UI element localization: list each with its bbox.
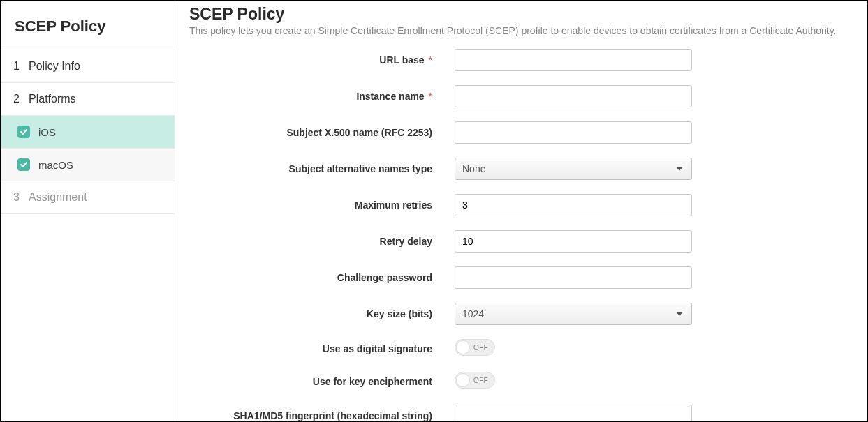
checkbox-checked-icon [17, 158, 30, 171]
step-number: 2 [13, 93, 26, 105]
chevron-down-icon [676, 167, 683, 171]
row-retry-delay: Retry delay [189, 230, 853, 253]
page-title: SCEP Policy [189, 5, 853, 24]
row-url-base: URL base * [189, 49, 853, 71]
row-subject-x500: Subject X.500 name (RFC 2253) [189, 121, 853, 144]
label-retry-delay: Retry delay [189, 236, 455, 247]
label-instance-name: Instance name * [189, 91, 455, 102]
sidebar-item-label: iOS [38, 126, 56, 138]
sidebar-item-ios[interactable]: iOS [1, 116, 175, 149]
sidebar-step-platforms[interactable]: 2 Platforms [1, 83, 175, 116]
main-content: SCEP Policy This policy lets you create … [175, 1, 867, 421]
chevron-down-icon [676, 312, 683, 316]
sidebar-item-macos[interactable]: macOS [1, 149, 175, 181]
label-url-base: URL base * [189, 54, 455, 66]
select-value: 1024 [462, 308, 484, 319]
input-retry-delay[interactable] [455, 230, 692, 253]
sidebar-item-label: macOS [38, 159, 73, 171]
label-fingerprint: SHA1/MD5 fingerprint (hexadecimal string… [189, 410, 455, 421]
required-marker: * [429, 54, 432, 66]
toggle-knob [456, 373, 470, 387]
row-challenge-password: Challenge password [189, 266, 853, 289]
checkbox-checked-icon [17, 126, 30, 138]
sidebar-step-policy-info[interactable]: 1 Policy Info [1, 50, 175, 83]
select-key-size[interactable]: 1024 [455, 303, 692, 325]
label-digital-signature: Use as digital signature [189, 343, 455, 354]
step-label: Platforms [29, 93, 76, 105]
step-label: Policy Info [29, 60, 80, 73]
label-max-retries: Maximum retries [189, 199, 455, 211]
input-max-retries[interactable] [455, 194, 692, 216]
row-fingerprint: SHA1/MD5 fingerprint (hexadecimal string… [189, 405, 853, 421]
toggle-state-label: OFF [473, 344, 488, 352]
input-challenge-password[interactable] [455, 266, 692, 289]
row-key-encipherment: Use for key encipherment OFF [189, 372, 853, 391]
page-description: This policy lets you create an Simple Ce… [189, 25, 853, 36]
step-number: 1 [13, 60, 26, 73]
step-number: 3 [13, 191, 26, 204]
sidebar: SCEP Policy 1 Policy Info 2 Platforms iO… [1, 1, 175, 421]
toggle-digital-signature[interactable]: OFF [455, 339, 495, 356]
row-key-size: Key size (bits) 1024 [189, 303, 853, 325]
app-container: SCEP Policy 1 Policy Info 2 Platforms iO… [0, 0, 868, 422]
row-instance-name: Instance name * [189, 85, 853, 107]
select-san-type[interactable]: None [455, 158, 692, 180]
input-instance-name[interactable] [455, 85, 692, 107]
label-key-encipherment: Use for key encipherment [189, 376, 455, 387]
step-label: Assignment [29, 191, 87, 204]
input-fingerprint[interactable] [455, 405, 692, 421]
toggle-key-encipherment[interactable]: OFF [455, 372, 495, 389]
toggle-state-label: OFF [473, 377, 488, 384]
label-san-type: Subject alternative names type [189, 163, 455, 174]
label-key-size: Key size (bits) [189, 308, 455, 319]
sidebar-step-assignment[interactable]: 3 Assignment [1, 181, 175, 214]
row-max-retries: Maximum retries [189, 194, 853, 216]
required-marker: * [429, 91, 432, 102]
label-challenge-password: Challenge password [189, 272, 455, 283]
row-san-type: Subject alternative names type None [189, 158, 853, 180]
toggle-knob [456, 340, 470, 354]
label-subject-x500: Subject X.500 name (RFC 2253) [189, 127, 455, 138]
row-digital-signature: Use as digital signature OFF [189, 339, 853, 358]
sidebar-title: SCEP Policy [1, 1, 175, 50]
select-value: None [462, 163, 485, 174]
input-url-base[interactable] [455, 49, 692, 71]
input-subject-x500[interactable] [455, 121, 692, 144]
